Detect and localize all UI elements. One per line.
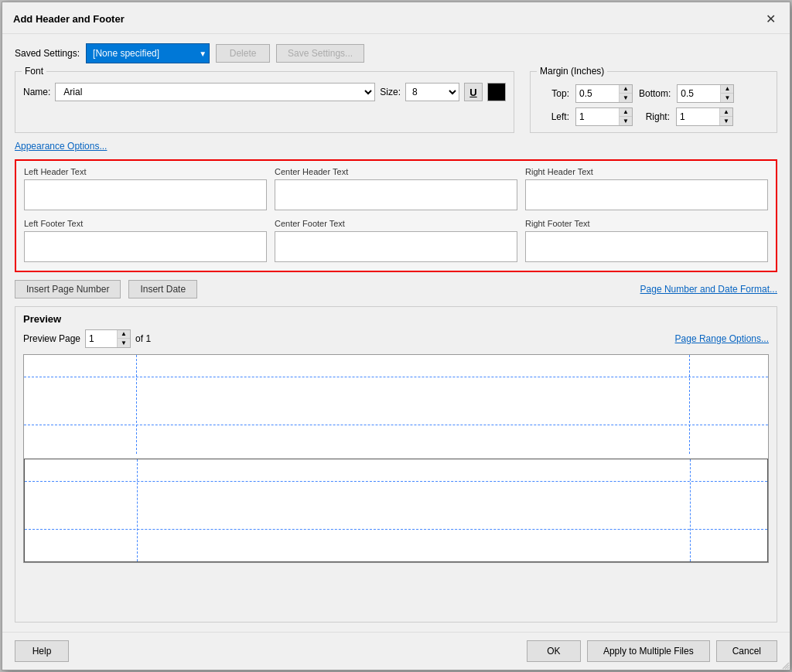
saved-settings-combo[interactable]: [None specified] ▼ [86,43,210,63]
dialog-footer: Help OK Apply to Multiple Files Cancel [2,632,790,670]
hf-grid: Left Header Text Center Header Text Righ… [24,167,768,264]
dialog-content: Saved Settings: [None specified] ▼ Delet… [2,34,790,632]
left-footer-label: Left Footer Text [24,219,267,228]
insert-date-button[interactable]: Insert Date [128,280,197,298]
preview-page-bottom [24,459,768,562]
margin-group: Margin (Inches) Top: ▲ ▼ Bottom: [530,71,777,133]
margin-top-label: Top: [538,88,569,99]
dialog-container: Add Header and Footer ✕ Saved Settings: … [2,2,790,670]
close-button[interactable]: ✕ [762,10,779,27]
preview-page-up[interactable]: ▲ [118,330,130,339]
preview-v-line-3 [137,459,138,561]
left-header-cell: Left Header Text [24,167,267,213]
margin-left-input[interactable] [576,108,619,125]
font-size-select[interactable]: 6 7 8 9 10 11 12 [405,83,459,101]
apply-multiple-button[interactable]: Apply to Multiple Files [587,640,710,662]
save-settings-button[interactable]: Save Settings... [276,44,364,63]
preview-title: Preview [23,313,769,325]
preview-page-spin: ▲ ▼ [117,330,130,347]
saved-settings-label: Saved Settings: [15,48,80,59]
title-bar: Add Header and Footer ✕ [2,2,790,34]
header-footer-section: Left Header Text Center Header Text Righ… [15,159,777,272]
font-row: Name: Arial Times New Roman Helvetica Co… [23,83,506,101]
preview-page-input-wrap: ▲ ▼ [85,329,131,348]
center-footer-input[interactable] [275,231,517,262]
margin-top-row: Top: ▲ ▼ Bottom: ▲ ▼ [538,84,769,103]
font-name-select[interactable]: Arial Times New Roman Helvetica Courier … [55,83,375,101]
margin-bottom-input-wrap: ▲ ▼ [677,84,734,103]
center-header-cell: Center Header Text [275,167,517,213]
right-header-input[interactable] [525,179,768,210]
margin-right-spin: ▲ ▼ [719,108,732,125]
right-footer-cell: Right Footer Text [525,219,768,264]
font-group-title: Font [22,66,46,77]
preview-h-line-3 [25,481,767,482]
preview-section: Preview Preview Page ▲ ▼ of 1 Page Range… [15,306,777,623]
center-footer-label: Center Footer Text [275,219,517,228]
page-separator-bottom [24,459,768,463]
margin-top-input[interactable] [576,85,619,102]
margin-left-down[interactable]: ▼ [620,117,632,125]
font-group: Font Name: Arial Times New Roman Helveti… [15,71,514,133]
preview-v-line-4 [690,459,691,561]
font-color-button[interactable] [487,83,506,101]
font-name-label: Name: [23,87,50,97]
margin-top-spin: ▲ ▼ [619,85,632,102]
font-margin-row: Font Name: Arial Times New Roman Helveti… [15,71,777,133]
margin-bottom-input[interactable] [678,85,720,102]
insert-page-number-button[interactable]: Insert Page Number [15,280,121,298]
right-footer-label: Right Footer Text [525,219,768,228]
preview-page-row: Preview Page ▲ ▼ of 1 Page Range Options… [23,329,769,348]
preview-page-input[interactable] [86,330,117,347]
help-button[interactable]: Help [15,640,69,662]
preview-canvas [23,354,769,563]
font-size-label: Size: [380,87,401,97]
margin-left-label: Left: [538,111,569,122]
dialog-title: Add Header and Footer [13,13,125,25]
right-footer-input[interactable] [525,231,768,262]
center-header-input[interactable] [275,179,517,210]
margin-group-title: Margin (Inches) [537,66,607,77]
page-format-link[interactable]: Page Number and Date Format... [640,284,777,295]
center-footer-cell: Center Footer Text [275,219,517,264]
page-range-options-link[interactable]: Page Range Options... [675,333,769,344]
right-header-cell: Right Header Text [525,167,768,213]
margin-bottom-up[interactable]: ▲ [721,85,733,94]
insert-row: Insert Page Number Insert Date Page Numb… [15,280,777,298]
left-header-input[interactable] [24,179,267,210]
left-footer-cell: Left Footer Text [24,219,267,264]
resize-handle[interactable] [781,661,790,670]
margin-right-up[interactable]: ▲ [720,108,732,117]
margin-bottom-spin: ▲ ▼ [720,85,733,102]
right-header-label: Right Header Text [525,167,768,176]
margin-right-label: Right: [639,111,670,122]
margin-bottom-down[interactable]: ▼ [721,94,733,102]
center-header-label: Center Header Text [275,167,517,176]
margin-right-input[interactable] [677,108,719,125]
margin-top-down[interactable]: ▼ [620,94,632,102]
preview-page-top [24,355,768,455]
left-header-label: Left Header Text [24,167,267,176]
preview-v-line-2 [689,355,690,454]
margin-left-up[interactable]: ▲ [620,108,632,117]
saved-settings-select[interactable]: [None specified] [86,43,210,63]
preview-page-down[interactable]: ▼ [118,339,130,347]
underline-button[interactable]: U [464,83,483,101]
ok-button[interactable]: OK [527,640,581,662]
left-footer-input[interactable] [24,231,267,262]
cancel-button[interactable]: Cancel [716,640,777,662]
delete-button[interactable]: Delete [216,44,270,63]
margin-left-spin: ▲ ▼ [619,108,632,125]
margin-top-input-wrap: ▲ ▼ [575,84,633,103]
margin-top-up[interactable]: ▲ [620,85,632,94]
margin-right-down[interactable]: ▼ [720,117,732,125]
saved-settings-row: Saved Settings: [None specified] ▼ Delet… [15,43,777,63]
appearance-options-link[interactable]: Appearance Options... [15,141,107,152]
margin-left-input-wrap: ▲ ▼ [575,107,633,126]
preview-page-label: Preview Page [23,333,80,344]
preview-h-line-4 [25,529,767,530]
margin-lr-row: Left: ▲ ▼ Right: ▲ ▼ [538,107,769,126]
preview-of-label: of 1 [135,333,151,344]
margin-right-input-wrap: ▲ ▼ [676,107,733,126]
margin-bottom-label: Bottom: [639,88,671,99]
